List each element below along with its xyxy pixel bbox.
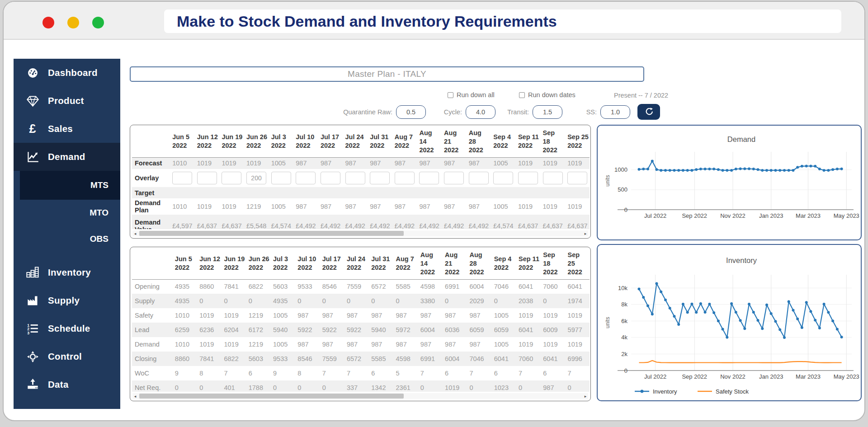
overlay-input[interactable] [395,172,415,184]
scrollbar-thumb[interactable] [139,394,404,399]
run-down-dates-checkbox-group[interactable]: Run down dates [519,91,576,99]
table-row: Supply4935000493500000338002029020380197… [132,294,590,308]
overlay-input[interactable] [567,172,587,184]
overlay-input[interactable] [197,172,217,184]
column-header: Jun 192022 [219,126,244,157]
svg-text:Inventory: Inventory [653,388,677,395]
table-cell: 1019 [565,198,590,215]
row-label: Opening [132,279,172,294]
close-button[interactable] [42,17,54,28]
run-down-all-checkbox-group[interactable]: Run down all [448,91,495,99]
maximize-button[interactable] [92,17,104,28]
overlay-input[interactable] [543,172,563,184]
table-cell: 8860 [172,352,197,366]
table-cell: 1005 [270,308,295,323]
table-cell: 6004 [467,279,491,294]
table-cell: 6036 [442,323,467,337]
overlay-input[interactable] [370,172,390,184]
table-cell: 0 [418,380,442,392]
table-cell: 1005 [491,337,516,352]
table-cell: 7 [320,366,344,380]
overlay-input[interactable] [493,172,513,184]
table-cell [491,169,515,187]
table-cell: 6041 [565,279,590,294]
quarantine-raw-input[interactable] [396,105,426,119]
table-cell: £4,574 [269,215,293,229]
table-cell [170,169,194,187]
sidebar-item-obs[interactable]: OBS [14,226,120,252]
ss-input[interactable] [600,105,630,119]
sidebar-item-product[interactable]: Product [14,87,120,115]
table-cell: 987 [368,308,393,323]
horizontal-scrollbar[interactable]: ◂▸ [132,230,588,236]
table-cell [269,169,293,187]
ss-label: SS: [581,108,597,116]
table-cell: 7046 [467,352,491,366]
table-header-row: Jun 52022Jun 122022Jun 192022Jun 262022J… [132,248,590,279]
sidebar-item-supply[interactable]: Supply [14,286,120,314]
table-cell: 1019 [515,198,540,215]
scroll-left-arrow-icon[interactable]: ◂ [132,393,138,399]
overlay-input[interactable]: 200 [246,172,266,184]
sidebar-item-label: Product [48,95,84,106]
cycle-input[interactable] [466,105,495,119]
overlay-input[interactable] [172,172,192,184]
sidebar-item-sales[interactable]: £Sales [14,115,120,143]
sidebar-item-label: Sales [48,123,73,134]
refresh-button[interactable] [637,104,660,120]
scroll-left-arrow-icon[interactable]: ◂ [132,230,138,236]
sidebar-item-label: Data [48,379,69,390]
run-down-all-checkbox[interactable] [448,92,453,98]
sidebar-item-control[interactable]: Control [14,343,120,371]
overlay-input[interactable] [222,172,241,184]
row-label: Demand Plan [132,198,170,215]
overlay-input[interactable] [469,172,489,184]
table-corner-cell [132,126,170,157]
table-cell: 987 [343,198,368,215]
table-cell: £4,492 [318,215,343,229]
column-header: Sep 112022 [516,248,540,279]
table-cell [318,187,343,198]
sidebar-item-inventory[interactable]: Inventory [14,258,120,286]
table-cell: 987 [467,308,491,323]
overlay-input[interactable] [321,172,340,184]
overlay-input[interactable] [271,172,291,184]
table-cell: 1010 [172,337,197,352]
numbered-list-icon: 123 [24,322,42,335]
transit-input[interactable] [533,105,562,119]
run-down-dates-checkbox[interactable] [519,92,525,98]
sidebar-item-mto[interactable]: MTO [14,200,120,226]
overlay-input[interactable] [518,172,538,184]
quarantine-raw-label: Quarantine Raw: [321,108,392,116]
table-cell [466,169,491,187]
minimize-button[interactable] [67,17,79,28]
horizontal-scrollbar[interactable]: ◂▸ [132,393,588,399]
overlay-input[interactable] [419,172,439,184]
scroll-right-arrow-icon[interactable]: ▸ [583,230,588,236]
table-cell: 987 [392,157,417,169]
column-header: Aug 142022 [416,126,441,157]
table-cell: 1005 [269,198,293,215]
row-label: WoC [132,366,172,380]
sidebar-item-schedule[interactable]: 123Schedule [14,314,120,343]
table-cell: 4598 [393,352,418,366]
table-cell [194,187,219,198]
sidebar-item-dashboard[interactable]: Dashboard [14,59,120,87]
sidebar-item-demand[interactable]: Demand [14,143,120,171]
table-cell: 8860 [197,279,221,294]
table-cell: 2029 [467,294,491,308]
column-header: Aug 212022 [441,126,466,157]
overlay-input[interactable] [444,172,464,184]
scroll-right-arrow-icon[interactable]: ▸ [583,393,588,399]
overlay-input[interactable] [296,172,316,184]
gauge-icon [24,67,42,79]
sidebar-item-mts[interactable]: MTS [20,171,120,200]
overlay-input[interactable] [345,172,365,184]
table-cell: 6991 [442,279,467,294]
scrollbar-thumb[interactable] [139,231,404,236]
table-cell: 987 [320,337,344,352]
sidebar-item-data[interactable]: Data [14,371,120,399]
svg-text:May 2023: May 2023 [834,373,859,380]
table-cell [441,169,466,187]
table-cell: 6572 [368,279,393,294]
